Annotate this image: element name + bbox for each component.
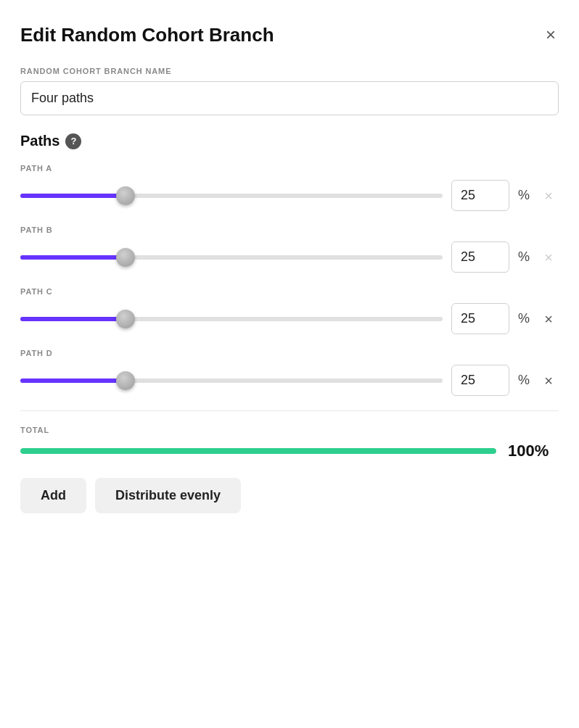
path-b-slider-container [20, 247, 443, 268]
path-a-slider-fill [20, 194, 126, 198]
path-a-slider-container [20, 186, 443, 206]
name-field-label: RANDOM COHORT BRANCH NAME [20, 67, 559, 75]
path-a-slider-track [20, 194, 443, 198]
path-b-slider-thumb[interactable] [116, 248, 135, 267]
path-c-slider-track [20, 317, 443, 321]
add-button[interactable]: Add [20, 478, 86, 513]
footer-buttons: Add Distribute evenly [20, 478, 559, 513]
paths-heading: Paths ? [20, 133, 559, 149]
path-row-d: PATH D % × [20, 349, 559, 396]
name-field-section: RANDOM COHORT BRANCH NAME [20, 67, 559, 133]
modal-title: Edit Random Cohort Branch [20, 24, 274, 46]
path-b-slider-fill [20, 255, 126, 260]
total-label: TOTAL [20, 426, 559, 434]
path-d-percent-symbol: % [518, 373, 530, 388]
path-c-slider-thumb[interactable] [116, 310, 135, 328]
path-b-slider-track [20, 255, 443, 260]
path-c-controls: % × [20, 303, 559, 334]
total-row: 100% [20, 442, 559, 460]
path-d-percent-input[interactable] [451, 365, 509, 396]
path-c-remove-button[interactable]: × [538, 310, 559, 328]
path-row-c: PATH C % × [20, 287, 559, 334]
path-a-controls: % × [20, 180, 559, 211]
name-input[interactable] [20, 81, 559, 115]
path-d-slider-fill [20, 379, 126, 383]
total-section: TOTAL 100% [20, 426, 559, 460]
path-a-percent-input[interactable] [451, 180, 509, 211]
path-c-percent-input[interactable] [451, 303, 509, 334]
path-a-label: PATH A [20, 164, 559, 173]
path-d-label: PATH D [20, 349, 559, 357]
path-c-slider-container [20, 309, 443, 329]
path-d-slider-thumb[interactable] [116, 371, 135, 390]
distribute-evenly-button[interactable]: Distribute evenly [95, 478, 241, 513]
path-d-remove-button[interactable]: × [538, 372, 559, 389]
path-d-slider-track [20, 379, 443, 383]
path-c-label: PATH C [20, 287, 559, 296]
path-row-b: PATH B % × [20, 226, 559, 273]
total-value: 100% [508, 442, 559, 460]
total-track [20, 448, 496, 454]
help-icon-label: ? [70, 136, 76, 146]
path-d-controls: % × [20, 365, 559, 396]
path-d-slider-container [20, 371, 443, 391]
help-icon[interactable]: ? [65, 133, 81, 149]
path-row-a: PATH A % × [20, 164, 559, 211]
modal-container: Edit Random Cohort Branch × RANDOM COHOR… [0, 0, 579, 728]
path-c-percent-symbol: % [518, 311, 530, 326]
close-button[interactable]: × [543, 23, 559, 46]
path-a-percent-symbol: % [518, 188, 530, 203]
modal-header: Edit Random Cohort Branch × [20, 23, 559, 46]
paths-title: Paths [20, 133, 59, 149]
path-b-label: PATH B [20, 226, 559, 234]
path-b-controls: % × [20, 241, 559, 273]
path-a-remove-button[interactable]: × [538, 187, 559, 204]
section-divider [20, 410, 559, 411]
path-b-remove-button[interactable]: × [538, 249, 559, 266]
path-a-slider-thumb[interactable] [116, 186, 135, 205]
path-b-percent-symbol: % [518, 249, 530, 265]
path-c-slider-fill [20, 317, 126, 321]
total-fill [20, 448, 496, 454]
path-b-percent-input[interactable] [451, 241, 509, 273]
